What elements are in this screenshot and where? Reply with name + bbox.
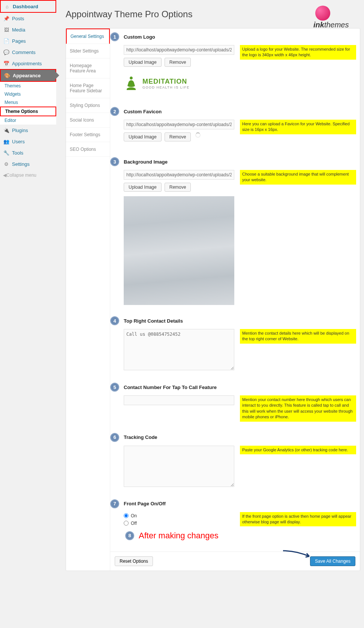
help-text: Paste your Google Analytics (or other) t… [240, 446, 356, 454]
settings-tabs: General Settings Slider Settings Homepag… [66, 29, 110, 571]
radio-label: Off [131, 521, 137, 526]
brand-logo: inkthemes [315, 6, 360, 23]
help-text: Mention the contact details here which w… [240, 329, 356, 344]
main-content: Appointway Theme Pro Options inkthemes G… [56, 0, 364, 578]
section-title: Contact Number For Tap To Call Feature [124, 385, 217, 390]
section-title: Custom Favicon [124, 109, 162, 114]
page-title: Appointway Theme Pro Options [66, 9, 192, 20]
sidebar-label: Pages [12, 38, 26, 44]
section-title: Top Right Contact Details [124, 318, 183, 324]
settings-content: 1 Custom Logo Upload Image Remove [110, 29, 360, 571]
section-custom-favicon: 2 Custom Favicon Upload Image Remove [110, 103, 360, 153]
logo-orb-icon [315, 6, 330, 21]
sidebar-item-dashboard[interactable]: ⌂ Dashboard [0, 0, 56, 13]
annotation-arrow [281, 549, 315, 561]
step-number: 2 [110, 107, 119, 116]
section-title: Background Image [124, 159, 168, 165]
section-title: Custom Logo [124, 34, 155, 40]
media-icon: 🖼 [3, 26, 10, 33]
pin-icon: 📌 [3, 15, 10, 22]
tools-icon: 🔧 [3, 149, 10, 156]
sidebar-subitem-widgets[interactable]: Widgets [0, 90, 56, 98]
save-all-changes-button[interactable]: Save All Changes [310, 556, 355, 566]
tab-slider-settings[interactable]: Slider Settings [66, 44, 110, 59]
page-icon: 📄 [3, 38, 10, 44]
tab-general-settings[interactable]: General Settings [66, 29, 110, 44]
sidebar-label: Posts [12, 16, 24, 21]
sidebar-item-appearance[interactable]: 🎨 Appearance [0, 69, 56, 82]
users-icon: 👥 [3, 138, 10, 145]
upload-image-button[interactable]: Upload Image [124, 58, 162, 67]
sidebar-subitem-menus[interactable]: Menus [0, 98, 56, 107]
upload-image-button[interactable]: Upload Image [124, 132, 162, 141]
logo-url-input[interactable] [124, 45, 234, 55]
sidebar-item-comments[interactable]: 💬 Comments [0, 47, 56, 58]
calendar-icon: 📅 [3, 60, 10, 67]
sidebar-item-appointments[interactable]: 📅 Appointments [0, 58, 56, 69]
logo-preview: MEDITATION GOOD HEALTH IS LIFE [124, 71, 234, 96]
sidebar-item-users[interactable]: 👥 Users [0, 136, 56, 147]
tab-styling-options[interactable]: Styling Options [66, 98, 110, 113]
help-text: If the front page option is active then … [240, 512, 356, 527]
radio-label: On [131, 513, 137, 518]
sidebar-item-media[interactable]: 🖼 Media [0, 24, 56, 35]
meditation-icon [124, 75, 139, 92]
section-contact-details: 4 Top Right Contact Details Mention the … [110, 312, 360, 379]
sidebar-label: Appearance [13, 73, 40, 78]
step-number: 7 [110, 499, 119, 508]
tracking-code-textarea[interactable] [124, 446, 234, 487]
sidebar-subitem-theme-options[interactable]: Theme Options [0, 107, 56, 116]
logo-text-main: MEDITATION [142, 78, 190, 86]
sidebar-label: Settings [12, 161, 30, 167]
panel-footer: Reset Options Save All Changes [110, 551, 360, 571]
sidebar-item-plugins[interactable]: 🔌 Plugins [0, 125, 56, 136]
remove-button[interactable]: Remove [165, 132, 191, 141]
section-background-image: 3 Background Image Upload Image Remove [110, 153, 360, 312]
sidebar-item-tools[interactable]: 🔧 Tools [0, 147, 56, 158]
collapse-label: Collapse menu [6, 173, 36, 178]
help-text: Choose a suitable background image that … [240, 170, 356, 185]
favicon-url-input[interactable] [124, 120, 234, 129]
reset-options-button[interactable]: Reset Options [115, 556, 153, 566]
contact-details-textarea[interactable] [124, 329, 234, 370]
collapse-icon: ◀ [3, 173, 6, 178]
front-page-on-radio[interactable] [124, 513, 129, 518]
step-number: 5 [110, 383, 119, 392]
remove-button[interactable]: Remove [165, 58, 191, 67]
home-icon: ⌂ [4, 3, 10, 10]
remove-button[interactable]: Remove [165, 183, 191, 192]
sidebar-item-posts[interactable]: 📌 Posts [0, 13, 56, 24]
sidebar-item-settings[interactable]: ⚙ Settings [0, 158, 56, 170]
section-tap-to-call: 5 Contact Number For Tap To Call Feature… [110, 379, 360, 429]
background-preview [124, 196, 234, 305]
sidebar-label: Media [12, 27, 25, 33]
section-front-page: 7 Front Page On/Off On Off [110, 496, 360, 548]
collapse-menu[interactable]: ◀ Collapse menu [0, 170, 56, 181]
step-number: 4 [110, 316, 119, 325]
tab-homepage-sidebar[interactable]: Home Page Feature Sidebar [66, 78, 110, 98]
annotation: 8 After making changes [125, 531, 360, 541]
step-number: 6 [110, 433, 119, 442]
options-panel: General Settings Slider Settings Homepag… [66, 28, 360, 571]
appearance-icon: 🎨 [4, 72, 10, 79]
sidebar-subitem-themes[interactable]: Themes [0, 82, 56, 90]
annotation-number: 8 [125, 531, 134, 540]
tab-homepage-feature[interactable]: Homepage Feature Area [66, 59, 110, 78]
sidebar-subitem-editor[interactable]: Editor [0, 116, 56, 125]
annotation-text: After making changes [139, 531, 219, 541]
sidebar-label: Appointments [12, 61, 42, 66]
help-text: Upload a logo for your Website. The reco… [240, 45, 356, 60]
loading-spinner-icon [195, 132, 201, 138]
tab-social-icons[interactable]: Social Icons [66, 113, 110, 128]
help-text: Mention your contact number here through… [240, 395, 356, 422]
upload-image-button[interactable]: Upload Image [124, 183, 162, 192]
sidebar-label: Tools [12, 150, 23, 156]
front-page-off-radio[interactable] [124, 521, 129, 526]
tap-to-call-input[interactable] [124, 395, 234, 405]
tab-seo-options[interactable]: SEO Options [66, 142, 110, 157]
sidebar-item-pages[interactable]: 📄 Pages [0, 35, 56, 47]
tab-footer-settings[interactable]: Footer Settings [66, 128, 110, 142]
help-text: Here you can upload a Favicon for your W… [240, 120, 356, 134]
section-title: Front Page On/Off [124, 501, 166, 506]
bg-url-input[interactable] [124, 170, 234, 180]
